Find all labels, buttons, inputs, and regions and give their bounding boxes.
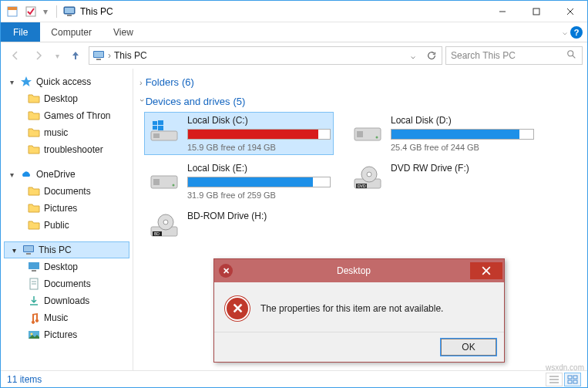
tree-item[interactable]: troubleshooter	[1, 141, 133, 158]
search-icon[interactable]	[566, 49, 579, 62]
svg-point-40	[367, 172, 371, 177]
tab-view[interactable]: View	[102, 22, 144, 42]
tree-item[interactable]: Pictures	[1, 326, 133, 343]
svg-rect-4	[65, 8, 74, 13]
quick-access-toolbar: ▾	[1, 3, 53, 20]
group-devices[interactable]: › Devices and drives (5)	[139, 93, 581, 112]
tree-item[interactable]: Downloads	[1, 292, 133, 309]
refresh-button[interactable]	[423, 48, 440, 63]
help-icon[interactable]: ?	[570, 26, 583, 39]
tree-item[interactable]: Games of Thron	[1, 107, 133, 124]
folder-icon	[27, 218, 41, 232]
chevron-down-icon[interactable]: ▾	[10, 170, 19, 179]
svg-rect-11	[94, 52, 103, 57]
folder-icon	[27, 184, 41, 198]
view-tiles-icon[interactable]	[564, 373, 581, 386]
error-dialog: ✕ Desktop ✕ The properties for this item…	[213, 258, 505, 363]
address-text[interactable]: This PC	[113, 50, 149, 61]
drive-item[interactable]: BD BD-ROM Drive (H:)	[144, 207, 334, 243]
this-pc-icon	[22, 243, 35, 257]
folder-icon	[27, 260, 41, 274]
svg-rect-17	[26, 253, 31, 255]
svg-point-13	[568, 50, 573, 56]
status-bar: 11 items	[1, 370, 587, 387]
svg-rect-33	[357, 131, 363, 137]
tree-label: Quick access	[36, 76, 91, 87]
minimize-button[interactable]	[486, 1, 519, 22]
folder-icon	[27, 328, 41, 342]
maximize-button[interactable]	[519, 1, 553, 22]
svg-rect-27	[153, 133, 160, 138]
window-title: This PC	[79, 6, 113, 17]
svg-rect-16	[24, 246, 33, 251]
dialog-close-button[interactable]	[470, 262, 502, 279]
svg-line-14	[573, 55, 576, 58]
folder-icon	[27, 294, 41, 308]
drive-item[interactable]: Local Disk (D:) 25.4 GB free of 244 GB	[348, 112, 537, 155]
svg-rect-19	[32, 270, 36, 272]
chevron-down-icon[interactable]: ▾	[12, 246, 22, 255]
chevron-right-icon[interactable]: ›	[139, 78, 146, 87]
dialog-actions: OK	[214, 332, 504, 362]
sidebar: ▾ Quick access Desktop Games of Thron mu…	[1, 69, 133, 370]
tree-label: Desktop	[44, 261, 78, 272]
tree-item[interactable]: Public	[1, 217, 133, 234]
drive-item[interactable]: DVD DVD RW Drive (F:)	[348, 160, 537, 203]
tree-item[interactable]: Documents	[1, 275, 133, 292]
svg-rect-5	[67, 15, 72, 16]
dialog-title-bar[interactable]: ✕ Desktop	[214, 259, 504, 282]
recent-dropdown[interactable]: ▾	[52, 46, 62, 65]
ribbon: File Computer View ⌵ ?	[1, 22, 587, 42]
svg-rect-18	[29, 262, 39, 269]
drive-free: 31.9 GB free of 259 GB	[187, 191, 331, 200]
tree-label: OneDrive	[36, 169, 76, 180]
svg-rect-12	[96, 59, 101, 60]
back-button[interactable]	[5, 46, 25, 65]
chevron-down-icon[interactable]: ›	[138, 99, 147, 105]
tree-this-pc[interactable]: ▾ This PC	[4, 241, 129, 258]
file-tab[interactable]: File	[1, 22, 40, 42]
address-bar[interactable]: › This PC ⌵	[89, 46, 442, 65]
forward-button[interactable]	[29, 46, 49, 65]
tree-quick-access[interactable]: ▾ Quick access	[1, 73, 133, 90]
search-box[interactable]	[445, 46, 583, 65]
chevron-right-icon[interactable]: ›	[106, 50, 113, 61]
svg-rect-28	[153, 121, 157, 125]
tree-item[interactable]: music	[1, 124, 133, 141]
drive-item[interactable]: Local Disk (C:) 15.9 GB free of 194 GB	[144, 112, 334, 155]
ok-button[interactable]: OK	[441, 339, 496, 356]
dropdown-icon[interactable]: ▾	[41, 3, 50, 20]
dialog-error-icon: ✕	[219, 264, 233, 278]
up-button[interactable]	[66, 46, 86, 65]
tree-onedrive[interactable]: ▾ OneDrive	[1, 166, 133, 183]
address-dropdown[interactable]: ⌵	[405, 48, 422, 63]
tree-item[interactable]: Desktop	[1, 90, 133, 107]
tree-item[interactable]: Music	[1, 309, 133, 326]
tree-label: Documents	[44, 278, 91, 289]
drive-name: DVD RW Drive (F:)	[391, 163, 534, 175]
drive-item[interactable]: Local Disk (E:) 31.9 GB free of 259 GB	[144, 160, 334, 203]
error-icon: ✕	[225, 296, 250, 321]
tree-label: troubleshooter	[44, 144, 103, 155]
tree-item[interactable]: Desktop	[1, 258, 133, 275]
tree-item[interactable]: Documents	[1, 183, 133, 200]
tree-label: Documents	[44, 186, 91, 197]
folder-icon	[27, 92, 41, 106]
drive-name: Local Disk (C:)	[187, 115, 331, 127]
close-button[interactable]	[553, 1, 587, 22]
view-details-icon[interactable]	[546, 373, 563, 386]
group-count: (5)	[230, 96, 246, 107]
tab-computer[interactable]: Computer	[40, 22, 102, 42]
drive-bar	[187, 177, 331, 187]
ribbon-expand-icon[interactable]: ⌵	[563, 28, 567, 36]
chevron-down-icon[interactable]: ▾	[10, 78, 19, 86]
group-title: Devices and drives	[146, 96, 230, 107]
svg-rect-30	[153, 126, 157, 130]
properties-icon[interactable]	[4, 3, 21, 20]
group-count: (6)	[179, 76, 194, 88]
checkbox-icon[interactable]	[22, 3, 39, 20]
search-input[interactable]	[449, 49, 566, 62]
drive-bar	[187, 129, 331, 140]
tree-item[interactable]: Pictures	[1, 200, 133, 217]
group-folders[interactable]: › Folders (6)	[139, 73, 581, 93]
